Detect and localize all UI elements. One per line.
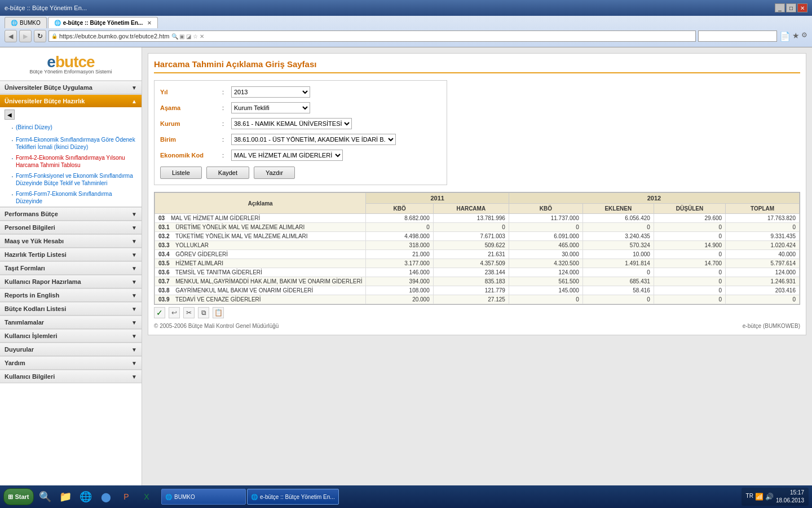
row-harcama2011: 13.781.996	[433, 214, 509, 223]
section-hazirlik-tertip-header[interactable]: Hazırlık Tertip Listesi ▼	[0, 248, 142, 261]
windows-icon: ⊞	[8, 493, 13, 501]
kurum-select[interactable]: 38.61 - NAMIK KEMAL ÜNİVERSİTESİ	[231, 118, 352, 129]
row-dusulen2012: 0	[654, 295, 725, 304]
row-dusulen2012: 0	[654, 268, 725, 277]
row-dusulen2012: 0	[654, 277, 725, 286]
form-table: Yıl : 2013 Aşama : Kurum Teklifi	[154, 80, 447, 185]
sub-col-kbo-2012: KBÖ	[509, 204, 582, 214]
sidebar-item-form5[interactable]: · Form5-Fonksiyonel ve Ekonomik Sınıflan…	[0, 170, 142, 189]
taskbar-search-button[interactable]: 🔍	[36, 488, 54, 506]
data-table-wrapper: Açıklama 2011 2012 KBÖ HARCAMA KBÖ EKLEN…	[154, 192, 800, 305]
section-duyurular-header[interactable]: Duyurular ▼	[0, 343, 142, 356]
row-kbo2012: 6.091.000	[509, 232, 582, 241]
section-maas-header[interactable]: Maaş ve Yük Hesabı ▼	[0, 234, 142, 247]
row-dusulen2012: 0	[654, 223, 725, 232]
tab-bumko-label: BUMKO	[20, 20, 41, 26]
col-2011: 2011	[366, 193, 509, 204]
taskbar-chrome-button[interactable]: ⬤	[97, 488, 115, 506]
birim-select[interactable]: 38.61.00.01 - ÜST YÖNETİM, AKADEMİK VE İ…	[231, 134, 396, 145]
sub-col-dusulen-2012: DÜŞÜLEN	[654, 204, 725, 214]
row-harcama2011: 0	[433, 223, 509, 232]
dot-icon: ·	[11, 153, 14, 163]
yazdir-button[interactable]: Yazdır	[254, 167, 295, 179]
yil-label: Yıl	[160, 89, 222, 95]
back-button[interactable]: ◀	[5, 30, 17, 42]
copy-button[interactable]: ⧉	[198, 307, 209, 318]
section-universite-hazirlik-header[interactable]: Üniversiteler Bütçe Hazırlık ▲	[0, 94, 142, 107]
section-kullanici-rapor-header[interactable]: Kullanıcı Rapor Hazırlama ▼	[0, 275, 142, 288]
sidebar-item-form4-2-ekonomik[interactable]: · Form4-2-Ekonomik Sınıflandırmaya Yılso…	[0, 152, 142, 170]
start-button[interactable]: ⊞ Start	[3, 488, 34, 505]
window-title: e-bütçe :: Bütçe Yönetim En...	[5, 5, 87, 11]
ekonomik-select[interactable]: MAL VE HİZMET ALIM GİDERLERİ	[231, 150, 343, 161]
url-box[interactable]: 🔒 https://ebutce.bumko.gov.tr/ebutce2.ht…	[48, 30, 696, 42]
row-eklenen2012: 0	[582, 268, 654, 277]
section-kullanici-islemleri: Kullanıcı İşlemleri ▼	[0, 329, 142, 343]
close-button[interactable]: ✕	[797, 3, 807, 12]
chevron-down-icon: ▼	[131, 347, 137, 353]
kaydet-button[interactable]: Kaydet	[206, 167, 249, 179]
yil-select[interactable]: 2013	[231, 86, 310, 98]
cut-button[interactable]: ✂	[183, 307, 195, 318]
undo-button[interactable]: ↩	[169, 307, 180, 318]
taskbar-ie-button[interactable]: 🌐	[77, 488, 95, 506]
section-kullanici-bilgileri-header[interactable]: Kullanıcı Bilgileri ▼	[0, 370, 142, 383]
search-input[interactable]	[698, 30, 777, 42]
asama-label: Aşama	[160, 104, 222, 111]
row-eklenen2012: 0	[582, 223, 654, 232]
section-tanimlamalar-header[interactable]: Tanımlamalar ▼	[0, 316, 142, 329]
row-label: ÜRETİME YÖNELİK MAL VE MALZEME ALIMLARI	[175, 224, 304, 230]
section-personel-header[interactable]: Personel Bilgileri ▼	[0, 221, 142, 234]
sidebar-collapse-button[interactable]: ◀	[5, 110, 15, 120]
taskbar-excel-button[interactable]: X	[138, 488, 156, 506]
content-area: Harcama Tahmini Açıklama Giriş Sayfası Y…	[142, 47, 812, 485]
row-code: 03.6	[158, 269, 169, 275]
tab-ebutce-label: e-bütçe :: Bütçe Yönetim En...	[63, 20, 143, 26]
section-performans-header[interactable]: Performans Bütçe ▼	[0, 207, 142, 220]
sidebar-item-form6[interactable]: · Form6-Form7-Ekonomik Sınıflandırma Düz…	[0, 189, 142, 207]
row-harcama2011: 4.357.509	[433, 259, 509, 268]
minimize-button[interactable]: _	[775, 3, 785, 12]
star-area: 📄 ★ ⚙	[779, 31, 807, 42]
tab-ebutce[interactable]: 🌐 e-bütçe :: Bütçe Yönetim En... ✕	[48, 17, 158, 28]
row-code: 03.3	[158, 242, 169, 248]
section-yardim-header[interactable]: Yardım ▼	[0, 356, 142, 369]
forward-button[interactable]: ▶	[19, 30, 32, 42]
row-kbo2011: 4.498.000	[366, 232, 433, 241]
row-kbo2011: 0	[366, 223, 433, 232]
kurum-label: Kurum	[160, 120, 222, 127]
section-butce-kodlari-header[interactable]: Bütçe Kodları Listesi ▼	[0, 302, 142, 315]
browser-bar: 🌐 BUMKO 🌐 e-bütçe :: Bütçe Yönetim En...…	[0, 16, 812, 47]
section-kullanici-islemleri-header[interactable]: Kullanıcı İşlemleri ▼	[0, 329, 142, 342]
sub-col-eklenen-2012: EKLENEN	[582, 204, 654, 214]
row-kbo2012: 4.320.500	[509, 259, 582, 268]
tab-bumko[interactable]: 🌐 BUMKO	[5, 17, 47, 28]
taskbar-ppt-button[interactable]: P	[117, 488, 135, 506]
refresh-button[interactable]: ↻	[34, 30, 46, 42]
row-harcama2011: 7.671.003	[433, 232, 509, 241]
section-tasit-header[interactable]: Taşıt Formları ▼	[0, 261, 142, 274]
sidebar-item-form4-2[interactable]: · Form4-Ekonomik Sınıflandırmaya Göre Öd…	[0, 134, 142, 152]
section-universite-uygulama-header[interactable]: Üniversiteler Bütçe Uygulama ▼	[0, 81, 142, 94]
taskbar-app-ebutce[interactable]: 🌐 e-bütçe :: Bütçe Yönetim En...	[247, 489, 339, 505]
maximize-button[interactable]: □	[786, 3, 796, 12]
row-label: YOLLUKLAR	[175, 242, 209, 248]
taskbar-app-bumko[interactable]: 🌐 BUMKO	[161, 489, 246, 505]
ekonomik-control: MAL VE HİZMET ALIM GİDERLERİ	[231, 150, 441, 161]
asama-select[interactable]: Kurum Teklifi	[231, 102, 310, 113]
row-harcama2011: 835.183	[433, 277, 509, 286]
tools-button[interactable]: ⚙	[801, 31, 807, 42]
form-row-ekonomik: Ekonomik Kod : MAL VE HİZMET ALIM GİDERL…	[160, 150, 441, 161]
listele-button[interactable]: Listele	[160, 167, 202, 179]
chevron-down-icon: ▼	[131, 85, 137, 91]
tab-bumko-icon: 🌐	[11, 20, 17, 26]
section-reports-english-header[interactable]: Reports in English ▼	[0, 288, 142, 301]
tab-ebutce-close[interactable]: ✕	[147, 20, 152, 26]
paste-button[interactable]: 📋	[213, 307, 224, 318]
taskbar-explorer-button[interactable]: 📁	[56, 488, 74, 506]
save-check-button[interactable]: ✓	[154, 307, 165, 318]
row-kbo2011: 318.000	[366, 241, 433, 250]
star-button[interactable]: ★	[792, 31, 800, 42]
sidebar-item-form4-1[interactable]: · (Birinci Düzey)	[0, 122, 142, 134]
dot-icon: ·	[11, 171, 14, 181]
